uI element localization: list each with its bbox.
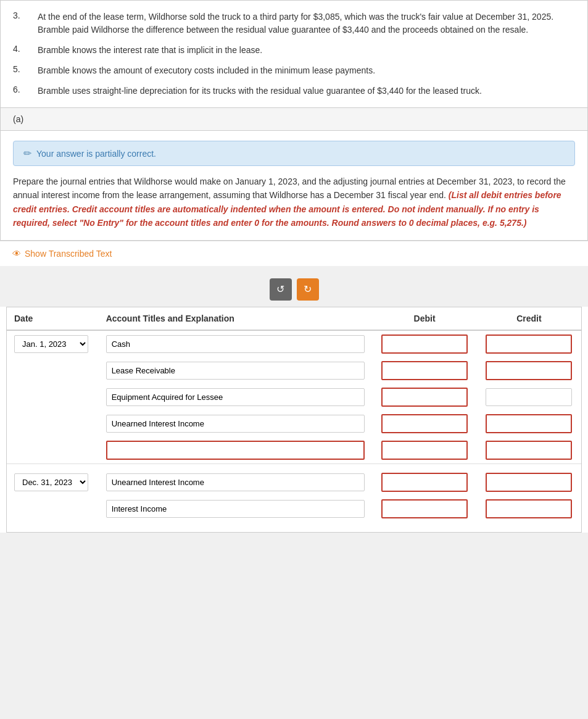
table-row: Jan. 1, 2023 bbox=[7, 330, 581, 357]
credit-cell-equipment[interactable] bbox=[477, 384, 581, 410]
info-row-3: 3. At the end of the lease term, Wildhor… bbox=[13, 10, 575, 36]
transcribed-link-row[interactable]: 👁 Show Transcribed Text bbox=[0, 241, 588, 266]
table-row bbox=[7, 437, 581, 464]
credit-input-unearned-jan[interactable] bbox=[486, 414, 572, 433]
credit-cell-unearned-jan[interactable] bbox=[477, 410, 581, 437]
credit-cell-empty[interactable] bbox=[477, 437, 581, 464]
credit-cell-cash[interactable] bbox=[477, 330, 581, 357]
debit-input-unearned-jan[interactable] bbox=[381, 414, 468, 433]
table-row bbox=[7, 410, 581, 437]
debit-cell-interest-income[interactable] bbox=[372, 496, 476, 522]
date-cell-empty-4 bbox=[7, 437, 99, 464]
credit-input-interest-income[interactable] bbox=[486, 499, 572, 518]
account-input-equipment[interactable] bbox=[106, 388, 365, 406]
account-cell-cash[interactable] bbox=[99, 330, 373, 357]
col-header-debit: Debit bbox=[372, 307, 476, 330]
info-text-4: Bramble knows the interest rate that is … bbox=[38, 44, 575, 57]
debit-cell-cash[interactable] bbox=[372, 330, 476, 357]
credit-cell-unearned-dec[interactable] bbox=[477, 469, 581, 496]
account-input-cash[interactable] bbox=[106, 335, 365, 353]
info-section: 3. At the end of the lease term, Wildhor… bbox=[0, 0, 588, 108]
info-num-6: 6. bbox=[13, 85, 38, 94]
account-cell-unearned-dec[interactable] bbox=[99, 469, 373, 496]
info-text-5: Bramble knows the amount of executory co… bbox=[38, 64, 575, 77]
info-text-6: Bramble uses straight-line depreciation … bbox=[38, 85, 575, 98]
instructions-text: Prepare the journal entries that Wildhor… bbox=[13, 175, 575, 230]
col-header-account: Account Titles and Explanation bbox=[99, 307, 373, 330]
account-cell-unearned-jan[interactable] bbox=[99, 410, 373, 437]
info-num-4: 4. bbox=[13, 44, 38, 54]
date-cell-jan[interactable]: Jan. 1, 2023 bbox=[7, 330, 99, 357]
date-cell-empty-1 bbox=[7, 357, 99, 384]
credit-input-cash[interactable] bbox=[486, 335, 572, 354]
debit-input-interest-income[interactable] bbox=[381, 499, 468, 518]
info-num-3: 3. bbox=[13, 10, 38, 20]
eye-icon: 👁 bbox=[12, 249, 21, 259]
undo-button[interactable]: ↺ bbox=[270, 278, 292, 301]
credit-input-unearned-dec[interactable] bbox=[486, 473, 572, 492]
info-row-4: 4. Bramble knows the interest rate that … bbox=[13, 44, 575, 57]
date-cell-dec[interactable]: Dec. 31, 2023 bbox=[7, 469, 99, 496]
info-num-5: 5. bbox=[13, 64, 38, 74]
account-input-empty[interactable] bbox=[106, 441, 365, 460]
banner-text: Your answer is partially correct. bbox=[36, 149, 156, 159]
account-input-lease-receivable[interactable] bbox=[106, 362, 365, 380]
account-cell-lease-receivable[interactable] bbox=[99, 357, 373, 384]
table-row bbox=[7, 357, 581, 384]
debit-cell-equipment[interactable] bbox=[372, 384, 476, 410]
table-row bbox=[7, 496, 581, 522]
info-row-5: 5. Bramble knows the amount of executory… bbox=[13, 64, 575, 77]
credit-cell-lease-receivable[interactable] bbox=[477, 357, 581, 384]
debit-cell-unearned-dec[interactable] bbox=[372, 469, 476, 496]
toolbar-row: ↺ ↻ bbox=[0, 266, 588, 307]
debit-input-lease-receivable[interactable] bbox=[381, 361, 468, 380]
account-input-unearned-jan[interactable] bbox=[106, 415, 365, 433]
info-row-6: 6. Bramble uses straight-line depreciati… bbox=[13, 85, 575, 98]
account-cell-equipment[interactable] bbox=[99, 384, 373, 410]
credit-input-equipment[interactable] bbox=[486, 388, 572, 406]
debit-input-empty[interactable] bbox=[381, 441, 468, 460]
credit-cell-interest-income[interactable] bbox=[477, 496, 581, 522]
table-row: Dec. 31, 2023 bbox=[7, 469, 581, 496]
section-a-label: (a) bbox=[13, 114, 23, 124]
table-header-row: Date Account Titles and Explanation Debi… bbox=[7, 307, 581, 330]
debit-input-equipment[interactable] bbox=[381, 388, 468, 407]
account-cell-interest-income[interactable] bbox=[99, 496, 373, 522]
transcribed-link-text: Show Transcribed Text bbox=[25, 249, 112, 259]
col-header-credit: Credit bbox=[477, 307, 581, 330]
section-a-content: ✏ Your answer is partially correct. Prep… bbox=[0, 131, 588, 241]
transcribed-link[interactable]: 👁 Show Transcribed Text bbox=[12, 249, 576, 259]
redo-button[interactable]: ↻ bbox=[297, 278, 319, 301]
debit-input-cash[interactable] bbox=[381, 335, 468, 354]
account-cell-empty[interactable] bbox=[99, 437, 373, 464]
col-header-date: Date bbox=[7, 307, 99, 330]
debit-input-unearned-dec[interactable] bbox=[381, 473, 468, 492]
info-text-3: At the end of the lease term, Wildhorse … bbox=[38, 10, 575, 36]
section-a-header: (a) bbox=[0, 108, 588, 131]
debit-cell-lease-receivable[interactable] bbox=[372, 357, 476, 384]
date-select-dec[interactable]: Dec. 31, 2023 bbox=[14, 473, 88, 491]
partial-correct-banner: ✏ Your answer is partially correct. bbox=[13, 141, 575, 166]
debit-cell-unearned-jan[interactable] bbox=[372, 410, 476, 437]
credit-input-empty[interactable] bbox=[486, 441, 572, 460]
credit-input-lease-receivable[interactable] bbox=[486, 361, 572, 380]
account-input-unearned-dec[interactable] bbox=[106, 473, 365, 491]
journal-section: Date Account Titles and Explanation Debi… bbox=[6, 307, 582, 533]
journal-table: Date Account Titles and Explanation Debi… bbox=[7, 307, 581, 532]
pencil-icon: ✏ bbox=[23, 148, 31, 159]
bottom-spacer-row bbox=[7, 522, 581, 532]
date-cell-empty-5 bbox=[7, 496, 99, 522]
date-select-jan[interactable]: Jan. 1, 2023 bbox=[14, 335, 88, 353]
date-cell-empty-3 bbox=[7, 410, 99, 437]
table-row bbox=[7, 384, 581, 410]
separator-row bbox=[7, 463, 581, 469]
debit-cell-empty[interactable] bbox=[372, 437, 476, 464]
account-input-interest-income[interactable] bbox=[106, 500, 365, 518]
date-cell-empty-2 bbox=[7, 384, 99, 410]
